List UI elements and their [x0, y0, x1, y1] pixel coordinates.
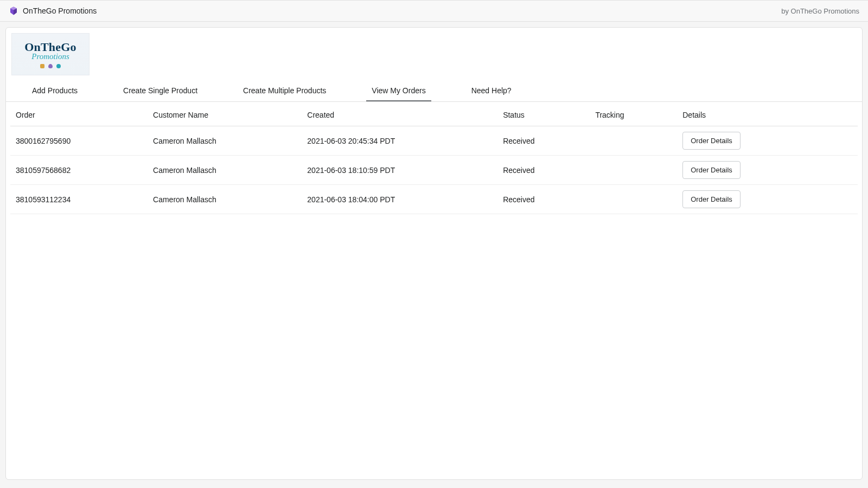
brand-logo: OnTheGo Promotions — [11, 33, 90, 75]
cell-created: 2021-06-03 18:10:59 PDT — [302, 156, 497, 185]
order-details-button[interactable]: Order Details — [682, 132, 741, 150]
cell-tracking — [590, 156, 677, 185]
cell-details: Order Details — [677, 156, 858, 185]
mini-icon-1 — [40, 64, 44, 68]
orders-table-wrap: Order Customer Name Created Status Track… — [6, 102, 862, 214]
cell-customer: Cameron Mallasch — [148, 126, 302, 156]
cell-customer: Cameron Mallasch — [148, 156, 302, 185]
cell-order: 3810597568682 — [10, 156, 148, 185]
content-card: OnTheGo Promotions Add Products Create S… — [5, 27, 863, 480]
cell-details: Order Details — [677, 126, 858, 156]
tab-add-products[interactable]: Add Products — [9, 81, 100, 101]
th-details: Details — [677, 102, 858, 126]
app-icon — [9, 6, 18, 16]
tab-create-single-product[interactable]: Create Single Product — [100, 81, 220, 101]
main-wrapper: OnTheGo Promotions Add Products Create S… — [0, 22, 868, 485]
cell-status: Received — [497, 185, 590, 214]
mini-icon-2 — [48, 64, 53, 68]
table-row: 3810597568682 Cameron Mallasch 2021-06-0… — [10, 156, 858, 185]
cell-customer: Cameron Mallasch — [148, 185, 302, 214]
tabs: Add Products Create Single Product Creat… — [6, 81, 862, 102]
th-tracking: Tracking — [590, 102, 677, 126]
cell-created: 2021-06-03 20:45:34 PDT — [302, 126, 497, 156]
cell-created: 2021-06-03 18:04:00 PDT — [302, 185, 497, 214]
top-bar: OnTheGo Promotions by OnTheGo Promotions — [0, 0, 868, 22]
cell-tracking — [590, 126, 677, 156]
th-created: Created — [302, 102, 497, 126]
th-customer-name: Customer Name — [148, 102, 302, 126]
order-details-button[interactable]: Order Details — [682, 190, 741, 208]
cell-tracking — [590, 185, 677, 214]
table-header-row: Order Customer Name Created Status Track… — [10, 102, 858, 126]
orders-table: Order Customer Name Created Status Track… — [10, 102, 858, 214]
table-row: 3800162795690 Cameron Mallasch 2021-06-0… — [10, 126, 858, 156]
tab-view-my-orders[interactable]: View My Orders — [349, 81, 448, 101]
cell-status: Received — [497, 126, 590, 156]
mini-icon-3 — [56, 64, 61, 68]
table-row: 3810593112234 Cameron Mallasch 2021-06-0… — [10, 185, 858, 214]
app-title: OnTheGo Promotions — [23, 7, 97, 15]
cell-order: 3800162795690 — [10, 126, 148, 156]
th-status: Status — [497, 102, 590, 126]
top-bar-left: OnTheGo Promotions — [9, 6, 97, 16]
order-details-button[interactable]: Order Details — [682, 161, 741, 179]
cell-order: 3810593112234 — [10, 185, 148, 214]
logo-text-sub: Promotions — [31, 52, 69, 61]
tab-create-multiple-products[interactable]: Create Multiple Products — [220, 81, 349, 101]
logo-mini-icons — [40, 64, 61, 68]
app-byline: by OnTheGo Promotions — [781, 7, 859, 15]
th-order: Order — [10, 102, 148, 126]
cell-status: Received — [497, 156, 590, 185]
cell-details: Order Details — [677, 185, 858, 214]
tab-need-help[interactable]: Need Help? — [449, 81, 534, 101]
